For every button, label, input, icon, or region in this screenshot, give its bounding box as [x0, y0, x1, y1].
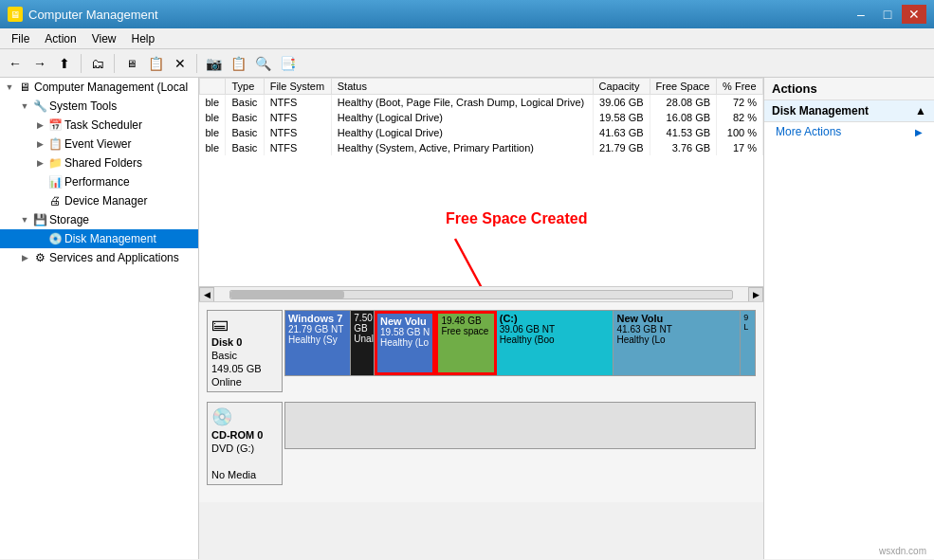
partition-new-vol-2[interactable]: New Volu 41.63 GB NT Healthy (Lo	[614, 311, 741, 375]
toolbar-delete[interactable]: ✕	[169, 52, 192, 75]
cell-capacity: 39.06 GB	[593, 95, 650, 111]
p-name: New Volu	[616, 313, 737, 324]
p-status: L	[743, 322, 752, 332]
computer-icon: 🖥	[17, 80, 32, 95]
cell-volume: ble	[200, 110, 226, 125]
sidebar-label: Performance	[64, 175, 130, 189]
scroll-thumb[interactable]	[230, 291, 344, 298]
toolbar-snap[interactable]: 📷	[202, 52, 225, 75]
maximize-button[interactable]: □	[875, 5, 900, 24]
cell-type: Basic	[226, 125, 264, 140]
sidebar-item-shared-folders[interactable]: ▶ 📁 Shared Folders	[0, 154, 198, 172]
menu-file[interactable]: File	[4, 30, 37, 47]
sidebar-label: Task Scheduler	[64, 118, 142, 132]
toolbar-up[interactable]: ⬆	[53, 52, 76, 75]
sidebar-label: Event Viewer	[64, 137, 131, 151]
toolbar-export[interactable]: 📑	[276, 52, 299, 75]
scroll-right-btn[interactable]: ▶	[748, 287, 763, 302]
sidebar-item-services[interactable]: ▶ ⚙ Services and Applications	[0, 248, 198, 267]
disk-info-cdrom: 💿 CD-ROM 0 DVD (G:) No Media	[207, 402, 283, 485]
disk-management-icon: 💿	[47, 231, 63, 246]
p-name: (C:)	[500, 313, 611, 324]
toolbar-find[interactable]: 🔍	[251, 52, 274, 75]
sidebar-label: Disk Management	[64, 232, 156, 245]
sidebar-item-task-scheduler[interactable]: ▶ 📅 Task Scheduler	[0, 116, 198, 135]
task-scheduler-icon: 📅	[47, 117, 63, 133]
event-viewer-icon: 📋	[47, 136, 63, 152]
table-row[interactable]: ble Basic NTFS Healthy (Boot, Page File,…	[200, 95, 763, 111]
col-header-capacity[interactable]: Capacity	[593, 79, 650, 95]
scroll-left-btn[interactable]: ◀	[199, 287, 214, 302]
scroll-track[interactable]	[229, 290, 733, 299]
sidebar-label: Services and Applications	[49, 251, 179, 264]
cell-free: 41.53 GB	[650, 125, 716, 140]
table-row[interactable]: ble Basic NTFS Healthy (System, Active, …	[200, 140, 763, 155]
sidebar-item-event-viewer[interactable]: ▶ 📋 Event Viewer	[0, 135, 198, 154]
partition-unalloc[interactable]: 7.50 GB Unallocate	[351, 311, 375, 375]
services-icon: ⚙	[32, 250, 47, 265]
sidebar-label: Computer Management (Local	[34, 81, 188, 94]
p-size: 41.63 GB NT	[616, 324, 737, 334]
sidebar-item-storage[interactable]: ▼ 💾 Storage	[0, 210, 198, 229]
table-row[interactable]: ble Basic NTFS Healthy (Logical Drive) 1…	[200, 110, 763, 125]
sidebar-label: Shared Folders	[64, 156, 142, 170]
partition-small[interactable]: 9 L	[741, 311, 755, 375]
sidebar-item-computer-management[interactable]: ▼ 🖥 Computer Management (Local	[0, 78, 198, 97]
sidebar-label: System Tools	[49, 99, 117, 113]
col-header-volume[interactable]	[200, 79, 226, 95]
sidebar-label: Storage	[49, 213, 89, 226]
sidebar-label: Device Manager	[64, 194, 147, 208]
performance-icon: 📊	[47, 174, 63, 190]
p-size: 9	[743, 313, 752, 322]
toolbar-properties[interactable]: 📋	[144, 52, 167, 75]
cell-type: Basic	[226, 95, 264, 111]
cell-fs: NTFS	[264, 125, 331, 140]
col-header-status[interactable]: Status	[331, 79, 593, 95]
disk-status: No Media	[211, 469, 278, 480]
sidebar-item-performance[interactable]: ▶ 📊 Performance	[0, 172, 198, 191]
table-row[interactable]: ble Basic NTFS Healthy (Logical Drive) 4…	[200, 125, 763, 140]
cell-status: Healthy (Logical Drive)	[331, 125, 593, 140]
expand-icon: ▶	[32, 117, 47, 133]
toolbar-sep-1	[81, 54, 82, 73]
partition-new-vol[interactable]: New Volu 19.58 GB N Healthy (Lo	[375, 311, 435, 375]
disk-type: DVD (G:)	[211, 443, 278, 454]
toolbar-show-hide[interactable]: 🗂	[86, 52, 109, 75]
p-status: Free space	[441, 326, 490, 336]
toolbar-back[interactable]: ←	[4, 52, 27, 75]
menu-help[interactable]: Help	[124, 30, 163, 47]
toolbar-connect[interactable]: 🖥	[119, 52, 142, 75]
p-size: 19.48 GB	[441, 316, 490, 326]
cell-pct: 17 %	[717, 140, 763, 155]
toolbar-forward[interactable]: →	[28, 52, 51, 75]
sidebar-item-system-tools[interactable]: ▼ 🔧 System Tools	[0, 97, 198, 116]
expand-icon: ▼	[2, 80, 17, 95]
minimize-button[interactable]: –	[849, 5, 873, 24]
cell-pct: 82 %	[717, 110, 763, 125]
disk-name: Disk 0	[211, 336, 278, 348]
p-status: Healthy (Boo	[500, 334, 611, 345]
toolbar-copy[interactable]: 📋	[227, 52, 249, 75]
col-header-fs[interactable]: File System	[264, 79, 331, 95]
more-actions-label: More Actions	[776, 125, 841, 138]
more-actions-link[interactable]: More Actions ▶	[764, 122, 934, 141]
close-button[interactable]: ✕	[902, 5, 926, 24]
partition-win7[interactable]: Windows 7 21.79 GB NT Healthy (Sy	[285, 311, 351, 375]
menu-view[interactable]: View	[84, 30, 124, 47]
partition-bar-0: Windows 7 21.79 GB NT Healthy (Sy 7.50 G…	[284, 310, 756, 376]
sidebar-item-disk-management[interactable]: ▶ 💿 Disk Management	[0, 229, 198, 248]
partition-c[interactable]: (C:) 39.06 GB NT Healthy (Boo	[497, 311, 614, 375]
cell-status: Healthy (System, Active, Primary Partiti…	[331, 140, 593, 155]
storage-icon: 💾	[32, 212, 47, 227]
col-header-free[interactable]: Free Space	[650, 79, 716, 95]
p-status: Healthy (Lo	[616, 334, 737, 345]
sidebar-item-device-manager[interactable]: ▶ 🖨 Device Manager	[0, 191, 198, 210]
h-scrollbar[interactable]: ◀ ▶	[199, 286, 763, 301]
disk-row-0: 🖴 Disk 0 Basic 149.05 GB Online Windows …	[207, 310, 756, 392]
actions-section-disk[interactable]: Disk Management ▲	[764, 100, 934, 122]
col-header-type[interactable]: Type	[226, 79, 264, 95]
menu-action[interactable]: Action	[37, 30, 83, 47]
col-header-pct[interactable]: % Free	[717, 79, 763, 95]
partition-free-space[interactable]: 19.48 GB Free space	[435, 311, 496, 375]
disk-table-container[interactable]: Type File System Status Capacity Free Sp…	[199, 78, 763, 286]
